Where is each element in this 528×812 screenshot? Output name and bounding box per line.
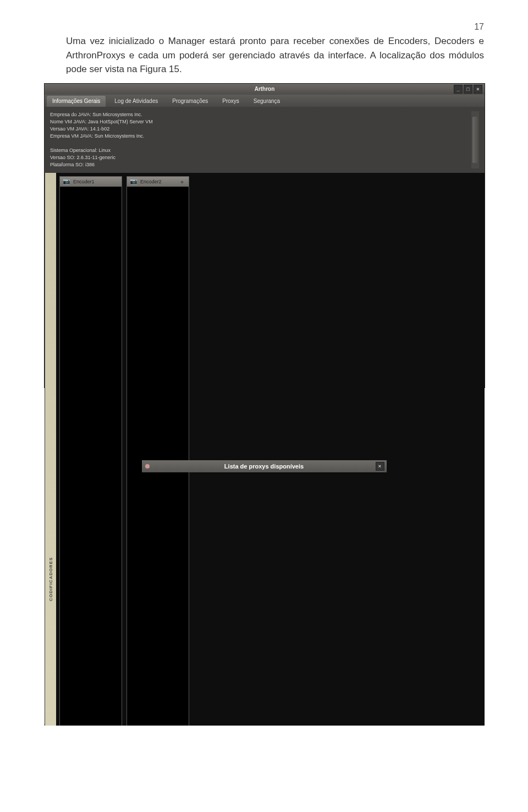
encoder-card[interactable]: 📷 Encoder1 ▶ ■ 🎨 ✕ <box>59 176 122 726</box>
window-titlebar[interactable]: Arthron _ □ × <box>45 84 485 95</box>
encoders-row: CODIFICADORES 📷 Encoder1 ▶ ■ 🎨 <box>45 173 485 726</box>
dialog-close-button[interactable]: × <box>376 462 384 471</box>
dialog-title: Lista de proxys disponíveis <box>224 463 304 470</box>
tab-seguranca[interactable]: Segurança <box>248 96 285 107</box>
paragraph-1: Uma vez inicializado o Manager estará pr… <box>66 34 484 77</box>
video-preview <box>127 187 189 726</box>
info-panel: Empresa do JAVA: Sun Microsystems Inc. N… <box>45 107 485 173</box>
tab-bar: Informações Gerais Log de Atividades Pro… <box>45 95 485 107</box>
arthron-window: Arthron _ □ × Informações Gerais Log de … <box>44 83 485 388</box>
dialog-titlebar[interactable]: Lista de proxys disponíveis × <box>142 460 387 472</box>
window-min-button[interactable]: _ <box>454 85 463 94</box>
scrollbar[interactable] <box>471 111 479 168</box>
titlebar-dot-icon <box>145 464 150 468</box>
record-icon[interactable]: ● <box>178 177 186 186</box>
tab-log-atividades[interactable]: Log de Atividades <box>109 96 163 107</box>
encoders-side-label: CODIFICADORES <box>45 173 56 726</box>
modules-area: CODIFICADORES 📷 Encoder1 ▶ ■ 🎨 <box>45 173 485 377</box>
encoder-card[interactable]: 📷 Encoder2 ● ▶ ■ 🎨 ✕ <box>127 176 189 726</box>
scrollbar-thumb[interactable] <box>472 117 478 163</box>
window-title: Arthron <box>255 86 275 92</box>
tab-informacoes-gerais[interactable]: Informações Gerais <box>47 96 106 107</box>
info-text: Empresa do JAVA: Sun Microsystems Inc. N… <box>50 111 469 168</box>
camera-icon: 📷 <box>129 177 138 186</box>
card-title: Encoder2 <box>140 179 162 184</box>
video-preview <box>60 187 122 726</box>
window-close-button[interactable]: × <box>474 85 482 94</box>
tab-programacoes[interactable]: Programações <box>167 96 213 107</box>
window-max-button[interactable]: □ <box>464 85 472 94</box>
card-title: Encoder1 <box>73 179 95 184</box>
tab-proxys[interactable]: Proxys <box>217 96 245 107</box>
page-number: 17 <box>44 22 484 32</box>
camera-icon: 📷 <box>62 177 71 186</box>
